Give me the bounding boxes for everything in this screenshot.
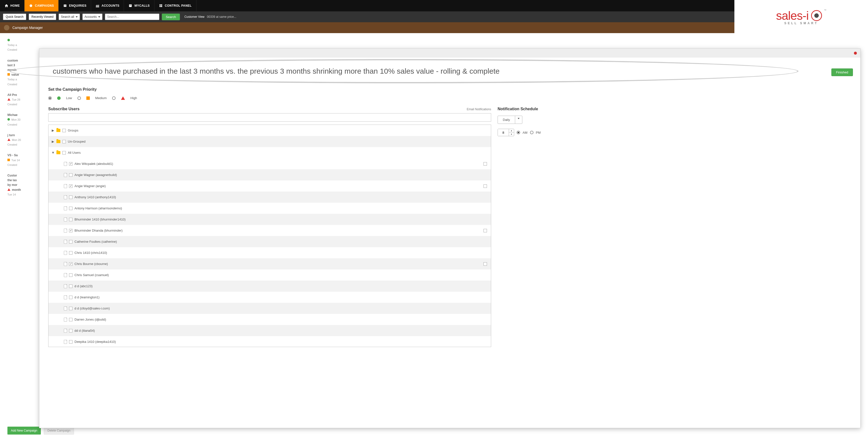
svg-rect-2 (64, 5, 66, 5)
accounts-icon (95, 4, 99, 8)
nav-accounts-label: ACCOUNTS (101, 4, 119, 7)
svg-rect-14 (160, 6, 161, 7)
svg-point-0 (30, 4, 32, 7)
search-type-dropdown[interactable]: Accounts (83, 13, 102, 20)
nav-mycalls[interactable]: MYCALLS (124, 0, 154, 11)
search-scope-dropdown[interactable]: Search all (59, 13, 80, 20)
trademark-icon: ™ (824, 9, 827, 12)
nav-enquiries-label: ENQUIRIES (69, 4, 87, 7)
control-icon (159, 4, 163, 8)
nav-home[interactable]: HOME (0, 0, 25, 11)
svg-rect-12 (160, 4, 161, 6)
breadcrumb-title: Campaign Manager (12, 26, 43, 30)
svg-rect-13 (161, 4, 162, 6)
nav-accounts[interactable]: ACCOUNTS (91, 0, 124, 11)
search-scope-label: Search all (61, 15, 74, 19)
nav-control[interactable]: CONTROL PANEL (154, 0, 196, 11)
enquiry-icon (63, 4, 67, 8)
caret-down-icon (98, 16, 100, 18)
search-input[interactable] (105, 13, 159, 20)
search-type-label: Accounts (85, 15, 97, 19)
quick-search-button[interactable]: Quick Search (3, 13, 26, 20)
svg-rect-3 (64, 6, 66, 6)
promo-ticker: 00339 at same price... (207, 15, 236, 19)
home-icon (4, 4, 8, 8)
svg-rect-4 (96, 5, 96, 7)
brand-logo: sales-i (776, 9, 809, 23)
breadcrumb-icon (4, 25, 9, 30)
mycalls-icon (128, 4, 132, 8)
nav-campaigns-label: CAMPAIGNS (35, 4, 54, 7)
logo-eye-icon (811, 10, 822, 21)
customer-view-label: Customer View (184, 15, 205, 19)
nav-mycalls-label: MYCALLS (134, 4, 150, 7)
nav-home-label: HOME (10, 4, 20, 7)
svg-rect-15 (161, 6, 162, 7)
search-button[interactable]: Search (162, 13, 180, 20)
nav-campaigns[interactable]: CAMPAIGNS (25, 0, 59, 11)
svg-rect-6 (98, 5, 98, 7)
svg-rect-11 (130, 5, 131, 6)
campaign-icon (29, 4, 33, 8)
nav-control-label: CONTROL PANEL (165, 4, 192, 7)
nav-enquiries[interactable]: ENQUIRIES (59, 0, 91, 11)
svg-rect-7 (98, 5, 99, 7)
logo-area: sales-i ™ SELL SMART (734, 0, 868, 33)
recently-viewed-button[interactable]: Recently Viewed (29, 13, 56, 20)
caret-down-icon (76, 16, 78, 18)
svg-rect-5 (97, 5, 97, 7)
